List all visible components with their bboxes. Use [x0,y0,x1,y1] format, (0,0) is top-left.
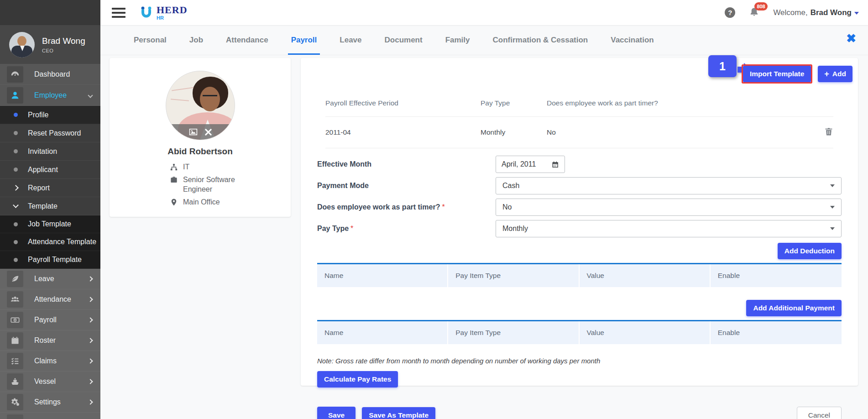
employee-icon [7,87,23,104]
people-icon [7,291,23,308]
tab-personal[interactable]: Personal [122,25,178,55]
calculate-pay-rates-button[interactable]: Calculate Pay Rates [317,371,398,388]
history-row[interactable]: 2011-04 Monthly No [325,117,833,148]
remove-photo-icon[interactable] [205,129,212,136]
tab-payroll[interactable]: Payroll [280,25,329,55]
payment-mode-select[interactable]: Cash [496,177,842,194]
sidebar-item-claims[interactable]: Claims [0,351,100,372]
brand-name: HERD [157,5,188,15]
panel-actions: Import Template + Add [742,64,852,84]
calendar-icon [551,161,559,168]
briefcase-icon [170,176,178,184]
pay-type-select[interactable]: Monthly [496,220,842,237]
employee-card: Abid Robertson IT Senior Software Engine… [110,58,291,217]
tab-confirmation-cessation[interactable]: Confirmation & Cessation [481,25,600,55]
sidebar-item-label: Dashboard [34,70,70,79]
sidebar-item-job-template[interactable]: Job Template [0,215,100,233]
column-header: Name [317,264,448,287]
user-menu[interactable]: Welcome, Brad Wong [773,8,859,17]
required-asterisk: * [350,225,353,232]
sidebar-item-attendance[interactable]: Attendance [0,289,100,310]
payroll-form-card: 1 Import Template + Add Payroll Effectiv… [301,58,858,386]
dashboard-icon [7,66,23,83]
sidebar-item-dashboard[interactable]: Dashboard [0,64,100,85]
field-label: Payment Mode [317,182,496,190]
change-photo-icon[interactable] [189,128,198,136]
close-icon[interactable]: ✖ [846,32,856,44]
gear-icon [7,394,23,410]
chevron-right-icon [88,297,93,302]
leaf-icon [7,271,23,287]
sidebar-item-report[interactable]: Report [0,179,100,197]
period-cell: 2011-04 [325,128,481,136]
sidebar-profile[interactable]: Brad Wong CEO [0,25,100,64]
deductions-table-header: Name Pay Item Type Value Enable [317,263,842,287]
tab-document[interactable]: Document [373,25,434,55]
cancel-button[interactable]: Cancel [797,407,842,419]
cash-icon [7,312,23,328]
notifications-button[interactable]: 808 [749,6,759,19]
column-header: Pay Item Type [448,264,579,287]
sidebar-item-payroll[interactable]: Payroll [0,310,100,330]
employee-tabs: Personal Job Attendance Payroll Leave Do… [100,25,868,55]
user-name: Brad Wong [810,8,852,17]
part-timer-select[interactable]: No [496,199,842,216]
sidebar-item-label: Employee [34,91,67,100]
add-additional-payment-button[interactable]: Add Additional Payment [746,300,842,316]
notification-badge: 808 [754,2,767,10]
sidebar-item-attendance-template[interactable]: Attendance Template [0,233,100,251]
employee-name: Abid Robertson [110,147,291,157]
payment-mode-row: Payment Mode Cash [317,177,842,194]
effective-month-input[interactable]: April, 2011 [496,156,565,173]
field-label: Does employee work as part timer?* [317,203,496,211]
avatar [9,32,35,58]
tab-attendance[interactable]: Attendance [214,25,280,55]
payroll-form: Effective Month April, 2011 Payment Mode… [317,156,842,237]
import-template-button[interactable]: Import Template [743,66,811,82]
sidebar-user-role: CEO [42,48,85,53]
pay-type-row: Pay Type* Monthly [317,220,842,237]
column-header: Pay Type [481,99,547,107]
bullet-icon [14,168,18,172]
sidebar-item-employee[interactable]: Employee [0,85,100,106]
hamburger-menu-icon[interactable] [112,8,125,18]
column-header: Does employee work as part timer? [547,99,810,107]
required-asterisk: * [442,203,444,211]
sidebar-item-applicant[interactable]: Applicant [0,161,100,179]
sidebar-item-template[interactable]: Template [0,197,100,215]
sidebar-item-roster[interactable]: Roster [0,330,100,351]
tab-leave[interactable]: Leave [328,25,373,55]
sidebar-item-leave[interactable]: Leave [0,269,100,289]
add-button[interactable]: + Add [818,66,852,82]
column-header: Enable [711,264,842,287]
additional-payments-table-header: Name Pay Item Type Value Enable [317,320,842,344]
column-header: Pay Item Type [448,321,579,344]
sidebar-item-vessel[interactable]: Vessel [0,372,100,392]
employee-department-row: IT [170,162,291,172]
sidebar-item-invitation[interactable]: Invitation [0,142,100,161]
tab-vaccination[interactable]: Vaccination [599,25,665,55]
tab-job[interactable]: Job [178,25,214,55]
add-deduction-button[interactable]: Add Deduction [778,243,842,259]
tab-family[interactable]: Family [434,25,481,55]
save-as-template-button[interactable]: Save As Template [362,407,435,419]
app-window: Brad Wong CEO Dashboard Employee Profile… [0,0,868,419]
checklist-icon [7,353,23,369]
chevron-right-icon [13,185,19,191]
chevron-right-icon [88,358,93,363]
plus-icon: + [824,71,829,77]
sidebar-item-profile[interactable]: Profile [0,106,100,124]
help-icon[interactable]: ? [725,7,735,18]
sidebar-item-settings[interactable]: Settings [0,392,100,413]
calendar-icon [7,332,23,349]
save-button[interactable]: Save [317,407,356,419]
chevron-down-icon [830,227,835,230]
chevron-right-icon [88,338,93,343]
sidebar-item-payroll-template[interactable]: Payroll Template [0,251,100,269]
delete-row-button[interactable] [824,127,833,138]
sidebar-item-reset-password[interactable]: Reset Password [0,124,100,142]
topbar: HERD HR ? 808 Welcome, Brad Wong [100,0,868,25]
content-area: Abid Robertson IT Senior Software Engine… [100,55,868,419]
chevron-down-icon [13,202,19,208]
app-logo[interactable]: HERD HR [138,5,188,21]
